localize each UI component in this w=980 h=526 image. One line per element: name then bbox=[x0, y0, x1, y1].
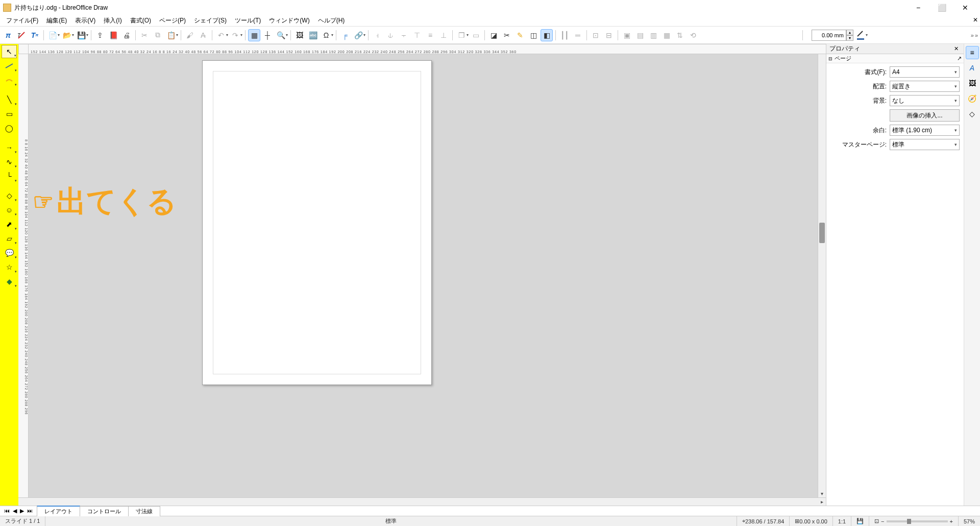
line-width-input[interactable] bbox=[812, 30, 846, 41]
canvas-area[interactable]: ☞ 出てくる bbox=[29, 54, 818, 497]
clear-format-button[interactable]: A̶ bbox=[197, 29, 209, 41]
shadow-button[interactable]: ◪ bbox=[487, 29, 500, 41]
distribute-button[interactable]: ▭ bbox=[470, 29, 482, 41]
clone-format-button[interactable]: 🖌 bbox=[184, 29, 196, 41]
menu-edit[interactable]: 編集(E) bbox=[42, 15, 71, 26]
orientation-combo[interactable]: 縦置き▾ bbox=[890, 81, 960, 92]
rectangle-tool[interactable]: ▭ bbox=[2, 107, 17, 121]
align-center-h-icon[interactable]: ⫝ bbox=[384, 29, 397, 41]
line-tool[interactable]: ╲▾ bbox=[2, 93, 17, 106]
scroll-down-icon[interactable]: ▾ bbox=[818, 489, 826, 497]
align-right-icon[interactable]: ⫟ bbox=[398, 29, 410, 41]
zoom-controls[interactable]: ⊡ − + bbox=[869, 516, 959, 526]
print-button[interactable]: 🖨 bbox=[120, 29, 133, 41]
backward-icon[interactable]: ▥ bbox=[647, 29, 659, 41]
insert-image-button[interactable]: 画像の挿入... bbox=[890, 109, 960, 122]
reverse-icon[interactable]: ⇅ bbox=[674, 29, 686, 41]
close-button[interactable]: ✕ bbox=[953, 0, 977, 15]
export-button[interactable]: ⇪ bbox=[94, 29, 106, 41]
line-width-spinner[interactable]: ▲▼ bbox=[812, 30, 853, 41]
status-save-icon[interactable]: 💾 bbox=[851, 516, 869, 526]
zoom-out-icon[interactable]: − bbox=[881, 518, 884, 524]
send-back-icon[interactable]: ▦ bbox=[660, 29, 673, 41]
align-bottom-icon[interactable]: ⊥ bbox=[437, 29, 450, 41]
tab-navigator[interactable]: 🧭 bbox=[966, 92, 979, 105]
sidebar-section-header[interactable]: ⊟ ページ ↗ bbox=[826, 54, 964, 63]
tex-off-icon[interactable]: T bbox=[15, 29, 28, 41]
insert-textbox-button[interactable]: 🔤 bbox=[307, 29, 319, 41]
background-combo[interactable]: なし▾ bbox=[890, 95, 960, 106]
save-button[interactable]: 💾 bbox=[75, 29, 87, 41]
horizontal-scrollbar[interactable]: ▸ bbox=[29, 498, 826, 506]
select-tool[interactable]: ↖▾ bbox=[2, 45, 17, 58]
paste-button[interactable]: 📋 bbox=[165, 29, 177, 41]
chevron-down-icon[interactable]: ▾ bbox=[72, 33, 74, 37]
menu-format[interactable]: 書式(O) bbox=[126, 15, 155, 26]
zoom-fit-icon[interactable]: ⊡ bbox=[874, 518, 879, 524]
margin-combo[interactable]: 標準 (1.90 cm)▾ bbox=[890, 125, 960, 136]
insert-image-button[interactable]: 🖼 bbox=[293, 29, 306, 41]
insert-special-char-button[interactable]: Ω bbox=[320, 29, 332, 41]
vertical-scrollbar[interactable]: ▾ bbox=[818, 54, 826, 497]
cut-button[interactable]: ✂ bbox=[138, 29, 151, 41]
fill-color-tool[interactable]: ▾ bbox=[2, 74, 17, 87]
chevron-down-icon[interactable]: ▾ bbox=[363, 33, 365, 37]
chevron-down-icon[interactable]: ▾ bbox=[176, 33, 178, 37]
arrow-tool[interactable]: →▾ bbox=[2, 141, 17, 154]
extrusion-button[interactable]: ◧ bbox=[541, 29, 553, 41]
menu-page[interactable]: ページ(P) bbox=[155, 15, 190, 26]
ellipse-tool[interactable]: ◯ bbox=[2, 122, 17, 135]
chevron-down-icon[interactable]: ▾ bbox=[286, 33, 288, 37]
layer-nav-next[interactable]: ▶ bbox=[19, 508, 25, 514]
menu-tools[interactable]: ツール(T) bbox=[231, 15, 265, 26]
dist-v-icon[interactable]: ═ bbox=[572, 29, 584, 41]
close-document-button[interactable]: ✕ bbox=[973, 16, 978, 23]
symbol-shapes-tool[interactable]: ☺▾ bbox=[2, 203, 17, 217]
tex-on-icon[interactable]: Tπ bbox=[29, 29, 41, 41]
menu-view[interactable]: 表示(V) bbox=[71, 15, 100, 26]
tab-gallery[interactable]: 🖼 bbox=[966, 77, 979, 90]
basic-shapes-tool[interactable]: ◇▾ bbox=[2, 189, 17, 202]
copy-button[interactable]: ⧉ bbox=[152, 29, 164, 41]
layer-nav-prev[interactable]: ◀ bbox=[12, 508, 18, 514]
connector-tool[interactable]: └▾ bbox=[2, 170, 17, 183]
group-icon[interactable]: ⊡ bbox=[590, 29, 602, 41]
arrange-button[interactable]: ❐ bbox=[455, 29, 468, 41]
layer-tab-layout[interactable]: レイアウト bbox=[37, 506, 80, 516]
chevron-down-icon[interactable]: ▾ bbox=[331, 33, 333, 37]
snap-guides-button[interactable]: ┼ bbox=[261, 29, 274, 41]
layer-nav-first[interactable]: ⏮ bbox=[3, 508, 11, 514]
zoom-in-icon[interactable]: + bbox=[950, 518, 953, 524]
chevron-down-icon[interactable]: ▾ bbox=[58, 33, 60, 37]
minimize-button[interactable]: − bbox=[906, 0, 930, 15]
toolbar-overflow-button[interactable]: » bbox=[975, 32, 978, 38]
menu-file[interactable]: ファイル(F) bbox=[2, 15, 42, 26]
crop-button[interactable]: ✂ bbox=[501, 29, 513, 41]
status-zoom[interactable]: 57% bbox=[959, 516, 980, 526]
status-scale[interactable]: 1:1 bbox=[833, 516, 851, 526]
chevron-down-icon[interactable]: ▾ bbox=[866, 33, 868, 37]
menu-help[interactable]: ヘルプ(H) bbox=[314, 15, 349, 26]
align-top-icon[interactable]: ⊤ bbox=[411, 29, 423, 41]
curve-tool[interactable]: ∿▾ bbox=[2, 155, 17, 169]
spin-down-icon[interactable]: ▼ bbox=[846, 35, 853, 41]
scroll-right-icon[interactable]: ▸ bbox=[818, 498, 826, 506]
forward-icon[interactable]: ▤ bbox=[634, 29, 646, 41]
format-combo[interactable]: A4▾ bbox=[890, 66, 960, 78]
3d-objects-tool[interactable]: ◆▾ bbox=[2, 275, 17, 288]
tab-shapes[interactable]: ◇ bbox=[966, 107, 979, 121]
menu-insert[interactable]: 挿入(I) bbox=[100, 15, 126, 26]
glue-points-button[interactable]: ◫ bbox=[527, 29, 540, 41]
export-pdf-button[interactable]: 📕 bbox=[107, 29, 119, 41]
formula-icon[interactable]: π bbox=[2, 29, 14, 41]
line-color-button[interactable] bbox=[854, 29, 867, 41]
filter-button[interactable]: ✎ bbox=[514, 29, 526, 41]
flowchart-tool[interactable]: ▱▾ bbox=[2, 232, 17, 245]
insert-hyperlink-button[interactable]: 🔗 bbox=[352, 29, 364, 41]
scroll-thumb[interactable] bbox=[819, 223, 825, 243]
open-button[interactable]: 📂 bbox=[61, 29, 73, 41]
master-page-combo[interactable]: 標準▾ bbox=[890, 139, 960, 150]
block-arrows-tool[interactable]: ⬈▾ bbox=[2, 218, 17, 231]
vertical-ruler[interactable]: 8 8 16 24 32 40 48 56 64 72 80 88 96 104… bbox=[18, 54, 29, 497]
maximize-button[interactable]: ⬜ bbox=[930, 0, 953, 15]
